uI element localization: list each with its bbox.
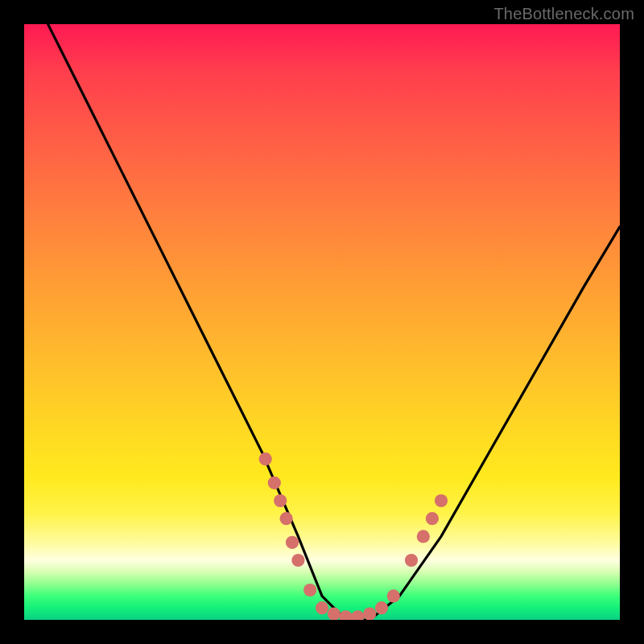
marker-dot [387, 589, 400, 602]
marker-dot [303, 584, 316, 597]
marker-dot [417, 530, 430, 543]
marker-dot [435, 494, 448, 507]
marker-dot [405, 554, 418, 567]
bottleneck-curve [48, 24, 620, 620]
marker-dot [363, 608, 376, 621]
marker-dot [316, 601, 328, 614]
marker-dot [340, 610, 353, 620]
marker-dot [259, 452, 272, 465]
attribution-label: TheBottleneck.com [493, 5, 634, 23]
marker-dot [426, 512, 439, 525]
marker-dot [351, 610, 364, 620]
marker-dot [268, 477, 281, 489]
marker-dot [286, 536, 299, 549]
marker-cluster [259, 452, 448, 620]
plot-area [24, 24, 620, 620]
marker-dot [328, 608, 341, 621]
marker-dot [375, 601, 388, 614]
marker-dot [274, 494, 287, 507]
outer-frame: TheBottleneck.com [0, 0, 644, 644]
marker-dot [280, 512, 293, 525]
chart-overlay [24, 24, 620, 620]
marker-dot [291, 554, 304, 567]
